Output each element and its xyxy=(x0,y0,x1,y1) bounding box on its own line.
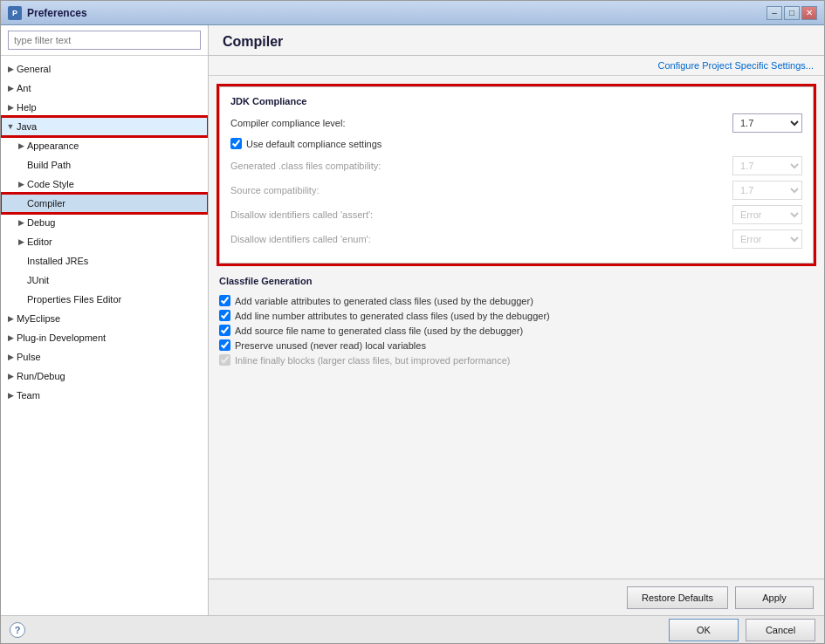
right-panel: Compiler Configure Project Specific Sett… xyxy=(209,25,824,615)
generated-class-label: Generated .class files compatibility: xyxy=(230,161,732,171)
spacer-icon xyxy=(15,274,27,286)
title-bar-buttons: – □ ✕ xyxy=(767,6,817,20)
chevron-right-icon: ▶ xyxy=(15,178,27,190)
ok-button[interactable]: OK xyxy=(669,619,739,641)
spacer-icon xyxy=(15,197,27,209)
preserve-checkbox[interactable] xyxy=(219,339,230,351)
sidebar-label-codestyle: Code Style xyxy=(27,176,74,192)
use-default-checkbox[interactable] xyxy=(230,138,242,149)
chevron-right-icon: ▶ xyxy=(15,216,27,229)
disallow-assert-row: Disallow identifiers called 'assert': Er… xyxy=(230,205,802,224)
addvariable-checkbox[interactable] xyxy=(219,295,230,306)
sidebar-item-plugindevelopment[interactable]: ▶ Plug-in Development xyxy=(1,328,208,347)
search-box xyxy=(1,25,208,56)
sidebar-label-general: General xyxy=(17,61,51,77)
chevron-right-icon: ▶ xyxy=(4,370,17,382)
spacer-icon xyxy=(15,293,27,305)
addsource-label: Add source file name to generated class … xyxy=(235,325,523,336)
chevron-right-icon: ▶ xyxy=(4,82,17,94)
addsource-checkbox[interactable] xyxy=(219,325,230,336)
cancel-button[interactable]: Cancel xyxy=(746,619,815,641)
chevron-right-icon: ▶ xyxy=(4,63,17,75)
sidebar-item-editor[interactable]: ▶ Editor xyxy=(1,232,208,251)
sidebar-item-junit[interactable]: JUnit xyxy=(1,271,208,290)
sidebar-label-junit: JUnit xyxy=(27,272,49,288)
preferences-window: P Preferences – □ ✕ ▶ General ▶ xyxy=(0,0,825,644)
sidebar-label-compiler: Compiler xyxy=(27,195,65,211)
sidebar-item-installedjres[interactable]: Installed JREs xyxy=(1,251,208,271)
addvariable-label: Add variable attributes to generated cla… xyxy=(235,296,533,306)
sidebar-label-ant: Ant xyxy=(17,80,31,96)
minimize-button[interactable]: – xyxy=(767,6,782,20)
config-link-area: Configure Project Specific Settings... xyxy=(209,56,824,76)
sidebar-item-help[interactable]: ▶ Help xyxy=(1,98,208,117)
sidebar-label-plugindevelopment: Plug-in Development xyxy=(17,330,106,346)
disallow-enum-label: Disallow identifiers called 'enum': xyxy=(230,234,732,244)
spacer-icon xyxy=(15,255,27,267)
spacer-icon xyxy=(15,159,27,171)
sidebar-item-buildpath[interactable]: Build Path xyxy=(1,155,208,175)
classfile-generation-section: Classfile Generation Add variable attrib… xyxy=(219,276,814,367)
configure-project-link[interactable]: Configure Project Specific Settings... xyxy=(657,60,814,71)
title-bar: P Preferences – □ ✕ xyxy=(1,1,824,25)
window-icon: P xyxy=(8,6,22,20)
sidebar-label-rundebug: Run/Debug xyxy=(17,368,65,384)
sidebar-item-codestyle[interactable]: ▶ Code Style xyxy=(1,175,208,194)
generated-class-row: Generated .class files compatibility: 1.… xyxy=(230,156,802,175)
panel-title: Compiler xyxy=(223,34,283,49)
sidebar-label-installedjres: Installed JREs xyxy=(27,253,88,269)
maximize-button[interactable]: □ xyxy=(784,6,800,20)
sidebar: ▶ General ▶ Ant ▶ Help ▼ Java xyxy=(1,25,209,615)
sidebar-label-propertieseditor: Properties Files Editor xyxy=(27,291,121,307)
window-title: Preferences xyxy=(27,7,761,19)
main-content: ▶ General ▶ Ant ▶ Help ▼ Java xyxy=(1,25,824,615)
search-input[interactable] xyxy=(8,31,201,50)
sidebar-item-team[interactable]: ▶ Team xyxy=(1,386,208,405)
chevron-right-icon: ▶ xyxy=(4,389,17,401)
sidebar-item-general[interactable]: ▶ General xyxy=(1,59,208,79)
sidebar-item-appearance[interactable]: ▶ Appearance xyxy=(1,136,208,155)
close-button[interactable]: ✕ xyxy=(801,6,817,20)
source-compat-label: Source compatibility: xyxy=(230,185,732,195)
preserve-label: Preserve unused (never read) local varia… xyxy=(235,340,426,351)
sidebar-item-myeclipse[interactable]: ▶ MyEclipse xyxy=(1,309,208,328)
chevron-right-icon: ▶ xyxy=(15,140,27,152)
sidebar-item-compiler[interactable]: Compiler xyxy=(1,194,208,213)
disallow-assert-select[interactable]: Error xyxy=(732,205,802,224)
chevron-right-icon: ▶ xyxy=(4,312,17,325)
disallow-assert-label: Disallow identifiers called 'assert': xyxy=(230,209,732,220)
disallow-enum-select[interactable]: Error xyxy=(732,230,802,249)
sidebar-item-debug[interactable]: ▶ Debug xyxy=(1,213,208,232)
compliance-level-row: Compiler compliance level: 1.7 1.6 1.5 1… xyxy=(230,113,802,133)
jdk-section-title: JDK Compliance xyxy=(230,96,802,106)
chevron-right-icon: ▶ xyxy=(4,332,17,344)
addlinenumber-checkbox[interactable] xyxy=(219,310,230,321)
restore-defaults-button[interactable]: Restore Defaults xyxy=(627,586,728,609)
compliance-level-label: Compiler compliance level: xyxy=(230,118,732,128)
inline-checkbox[interactable] xyxy=(219,354,230,366)
compliance-level-select[interactable]: 1.7 1.6 1.5 1.4 1.3 xyxy=(732,113,802,133)
chevron-right-icon: ▶ xyxy=(4,351,17,363)
inline-label: Inline finally blocks (larger class file… xyxy=(235,355,510,366)
sidebar-label-debug: Debug xyxy=(27,215,55,230)
sidebar-label-myeclipse: MyEclipse xyxy=(17,311,60,326)
sidebar-label-java: Java xyxy=(17,119,37,134)
chevron-down-icon: ▼ xyxy=(4,120,17,133)
sidebar-item-pulse[interactable]: ▶ Pulse xyxy=(1,347,208,367)
sidebar-item-propertieseditor[interactable]: Properties Files Editor xyxy=(1,290,208,309)
classfile-option-preserve: Preserve unused (never read) local varia… xyxy=(219,338,814,353)
classfile-option-addvariable: Add variable attributes to generated cla… xyxy=(219,293,814,308)
help-icon[interactable]: ? xyxy=(10,622,25,638)
sidebar-label-help: Help xyxy=(17,99,37,115)
use-default-label: Use default compliance settings xyxy=(246,139,382,149)
jdk-compliance-section: JDK Compliance Compiler compliance level… xyxy=(219,86,814,264)
generated-class-select[interactable]: 1.7 xyxy=(732,156,802,175)
tree-area: ▶ General ▶ Ant ▶ Help ▼ Java xyxy=(1,56,208,615)
panel-header: Compiler xyxy=(209,25,824,56)
sidebar-item-ant[interactable]: ▶ Ant xyxy=(1,79,208,98)
apply-button[interactable]: Apply xyxy=(735,586,814,609)
source-compat-select[interactable]: 1.7 xyxy=(732,181,802,200)
classfile-option-addlinenumber: Add line number attributes to generated … xyxy=(219,308,814,323)
sidebar-item-java[interactable]: ▼ Java xyxy=(1,117,208,136)
sidebar-item-rundebug[interactable]: ▶ Run/Debug xyxy=(1,367,208,386)
